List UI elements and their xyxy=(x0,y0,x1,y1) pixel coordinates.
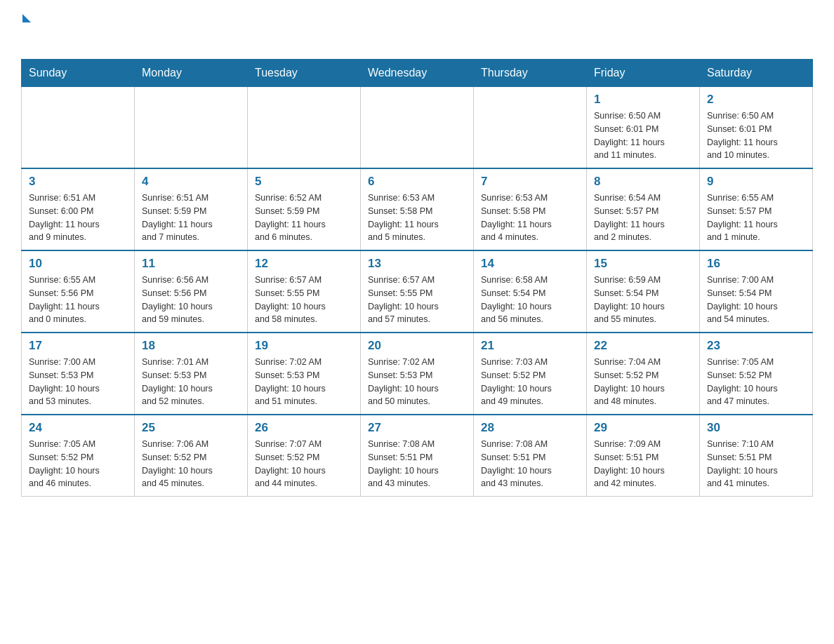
day-number: 5 xyxy=(255,175,353,189)
day-info: Sunrise: 7:05 AMSunset: 5:52 PMDaylight:… xyxy=(707,356,805,408)
calendar-cell: 19Sunrise: 7:02 AMSunset: 5:53 PMDayligh… xyxy=(248,333,361,415)
day-info: Sunrise: 7:05 AMSunset: 5:52 PMDaylight:… xyxy=(29,438,127,490)
calendar-cell: 27Sunrise: 7:08 AMSunset: 5:51 PMDayligh… xyxy=(361,415,474,497)
day-number: 12 xyxy=(255,257,353,271)
day-info: Sunrise: 6:55 AMSunset: 5:57 PMDaylight:… xyxy=(707,192,805,244)
day-number: 6 xyxy=(368,175,466,189)
logo-triangle-icon xyxy=(22,14,31,22)
calendar-cell: 16Sunrise: 7:00 AMSunset: 5:54 PMDayligh… xyxy=(700,250,813,333)
day-number: 21 xyxy=(481,339,579,353)
page-header xyxy=(21,14,813,46)
calendar-cell: 20Sunrise: 7:02 AMSunset: 5:53 PMDayligh… xyxy=(361,333,474,415)
day-number: 14 xyxy=(481,257,579,271)
calendar-cell: 4Sunrise: 6:51 AMSunset: 5:59 PMDaylight… xyxy=(135,168,248,250)
day-info: Sunrise: 7:02 AMSunset: 5:53 PMDaylight:… xyxy=(368,356,466,408)
week-row-3: 10Sunrise: 6:55 AMSunset: 5:56 PMDayligh… xyxy=(22,250,813,333)
day-info: Sunrise: 7:07 AMSunset: 5:52 PMDaylight:… xyxy=(255,438,353,490)
day-header-friday: Friday xyxy=(587,60,700,87)
calendar-cell: 3Sunrise: 6:51 AMSunset: 6:00 PMDaylight… xyxy=(22,168,135,250)
day-number: 9 xyxy=(707,175,805,189)
calendar-cell: 28Sunrise: 7:08 AMSunset: 5:51 PMDayligh… xyxy=(474,415,587,497)
calendar-cell: 6Sunrise: 6:53 AMSunset: 5:58 PMDaylight… xyxy=(361,168,474,250)
day-header-tuesday: Tuesday xyxy=(248,60,361,87)
calendar-cell: 1Sunrise: 6:50 AMSunset: 6:01 PMDaylight… xyxy=(587,87,700,169)
day-info: Sunrise: 7:03 AMSunset: 5:52 PMDaylight:… xyxy=(481,356,579,408)
calendar-cell: 9Sunrise: 6:55 AMSunset: 5:57 PMDaylight… xyxy=(700,168,813,250)
calendar-body: 1Sunrise: 6:50 AMSunset: 6:01 PMDaylight… xyxy=(22,87,813,497)
calendar-cell: 10Sunrise: 6:55 AMSunset: 5:56 PMDayligh… xyxy=(22,250,135,333)
day-number: 16 xyxy=(707,257,805,271)
day-info: Sunrise: 6:51 AMSunset: 6:00 PMDaylight:… xyxy=(29,192,127,244)
calendar-cell xyxy=(361,87,474,169)
day-header-sunday: Sunday xyxy=(22,60,135,87)
day-info: Sunrise: 6:54 AMSunset: 5:57 PMDaylight:… xyxy=(594,192,692,244)
day-info: Sunrise: 7:09 AMSunset: 5:51 PMDaylight:… xyxy=(594,438,692,490)
calendar-cell: 29Sunrise: 7:09 AMSunset: 5:51 PMDayligh… xyxy=(587,415,700,497)
day-number: 15 xyxy=(594,257,692,271)
day-number: 30 xyxy=(707,421,805,435)
day-number: 27 xyxy=(368,421,466,435)
day-number: 29 xyxy=(594,421,692,435)
calendar-cell: 23Sunrise: 7:05 AMSunset: 5:52 PMDayligh… xyxy=(700,333,813,415)
day-info: Sunrise: 7:00 AMSunset: 5:54 PMDaylight:… xyxy=(707,274,805,326)
day-number: 3 xyxy=(29,175,127,189)
calendar-cell xyxy=(474,87,587,169)
day-info: Sunrise: 6:57 AMSunset: 5:55 PMDaylight:… xyxy=(368,274,466,326)
calendar-cell xyxy=(22,87,135,169)
calendar-cell: 14Sunrise: 6:58 AMSunset: 5:54 PMDayligh… xyxy=(474,250,587,333)
day-number: 24 xyxy=(29,421,127,435)
day-header-monday: Monday xyxy=(135,60,248,87)
day-number: 10 xyxy=(29,257,127,271)
day-info: Sunrise: 6:55 AMSunset: 5:56 PMDaylight:… xyxy=(29,274,127,326)
day-info: Sunrise: 7:02 AMSunset: 5:53 PMDaylight:… xyxy=(255,356,353,408)
day-info: Sunrise: 6:59 AMSunset: 5:54 PMDaylight:… xyxy=(594,274,692,326)
day-info: Sunrise: 7:04 AMSunset: 5:52 PMDaylight:… xyxy=(594,356,692,408)
calendar-cell: 11Sunrise: 6:56 AMSunset: 5:56 PMDayligh… xyxy=(135,250,248,333)
day-number: 19 xyxy=(255,339,353,353)
calendar-header: SundayMondayTuesdayWednesdayThursdayFrid… xyxy=(22,60,813,87)
calendar-cell: 26Sunrise: 7:07 AMSunset: 5:52 PMDayligh… xyxy=(248,415,361,497)
day-info: Sunrise: 6:50 AMSunset: 6:01 PMDaylight:… xyxy=(594,109,692,162)
day-number: 13 xyxy=(368,257,466,271)
logo-blue-text xyxy=(21,24,22,46)
calendar-table: SundayMondayTuesdayWednesdayThursdayFrid… xyxy=(21,59,813,497)
week-row-4: 17Sunrise: 7:00 AMSunset: 5:53 PMDayligh… xyxy=(22,333,813,415)
calendar-cell: 25Sunrise: 7:06 AMSunset: 5:52 PMDayligh… xyxy=(135,415,248,497)
day-number: 26 xyxy=(255,421,353,435)
calendar-cell: 2Sunrise: 6:50 AMSunset: 6:01 PMDaylight… xyxy=(700,87,813,169)
day-info: Sunrise: 7:01 AMSunset: 5:53 PMDaylight:… xyxy=(142,356,240,408)
day-info: Sunrise: 6:51 AMSunset: 5:59 PMDaylight:… xyxy=(142,192,240,244)
day-number: 11 xyxy=(142,257,240,271)
day-number: 18 xyxy=(142,339,240,353)
day-header-saturday: Saturday xyxy=(700,60,813,87)
day-number: 22 xyxy=(594,339,692,353)
day-number: 25 xyxy=(142,421,240,435)
day-number: 23 xyxy=(707,339,805,353)
day-info: Sunrise: 6:58 AMSunset: 5:54 PMDaylight:… xyxy=(481,274,579,326)
day-header-thursday: Thursday xyxy=(474,60,587,87)
day-info: Sunrise: 6:50 AMSunset: 6:01 PMDaylight:… xyxy=(707,109,805,162)
day-info: Sunrise: 6:52 AMSunset: 5:59 PMDaylight:… xyxy=(255,192,353,244)
day-number: 20 xyxy=(368,339,466,353)
day-info: Sunrise: 7:00 AMSunset: 5:53 PMDaylight:… xyxy=(29,356,127,408)
day-info: Sunrise: 7:08 AMSunset: 5:51 PMDaylight:… xyxy=(481,438,579,490)
day-info: Sunrise: 7:10 AMSunset: 5:51 PMDaylight:… xyxy=(707,438,805,490)
calendar-cell: 15Sunrise: 6:59 AMSunset: 5:54 PMDayligh… xyxy=(587,250,700,333)
day-info: Sunrise: 7:06 AMSunset: 5:52 PMDaylight:… xyxy=(142,438,240,490)
day-number: 1 xyxy=(594,93,692,107)
calendar-cell: 12Sunrise: 6:57 AMSunset: 5:55 PMDayligh… xyxy=(248,250,361,333)
logo xyxy=(21,14,31,46)
week-row-2: 3Sunrise: 6:51 AMSunset: 6:00 PMDaylight… xyxy=(22,168,813,250)
day-number: 2 xyxy=(707,93,805,107)
day-info: Sunrise: 6:57 AMSunset: 5:55 PMDaylight:… xyxy=(255,274,353,326)
calendar-cell: 13Sunrise: 6:57 AMSunset: 5:55 PMDayligh… xyxy=(361,250,474,333)
week-row-5: 24Sunrise: 7:05 AMSunset: 5:52 PMDayligh… xyxy=(22,415,813,497)
day-header-wednesday: Wednesday xyxy=(361,60,474,87)
calendar-cell: 5Sunrise: 6:52 AMSunset: 5:59 PMDaylight… xyxy=(248,168,361,250)
day-info: Sunrise: 6:53 AMSunset: 5:58 PMDaylight:… xyxy=(368,192,466,244)
calendar-cell: 7Sunrise: 6:53 AMSunset: 5:58 PMDaylight… xyxy=(474,168,587,250)
calendar-cell: 17Sunrise: 7:00 AMSunset: 5:53 PMDayligh… xyxy=(22,333,135,415)
day-number: 7 xyxy=(481,175,579,189)
calendar-cell: 30Sunrise: 7:10 AMSunset: 5:51 PMDayligh… xyxy=(700,415,813,497)
day-number: 8 xyxy=(594,175,692,189)
